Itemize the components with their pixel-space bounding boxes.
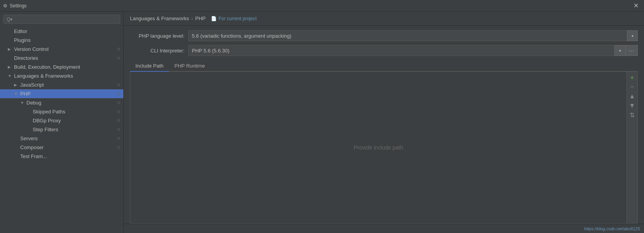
chevron-right-icon: ▶ — [8, 65, 12, 69]
settings-icon: ⚙ — [3, 3, 7, 9]
search-icon: Q▾ — [7, 17, 12, 22]
copy-icon: ⧉ — [117, 100, 120, 105]
sidebar-item-debug[interactable]: ▼ Debug ⧉ — [0, 98, 123, 107]
chevron-right-icon: ▶ — [8, 47, 12, 51]
sidebar-item-step-filters[interactable]: Step Filters ⧉ — [0, 125, 123, 134]
content-area: Languages & Frameworks › PHP 📄 For curre… — [124, 12, 644, 233]
copy-icon: ⧉ — [117, 47, 120, 52]
cli-dropdown-arrow[interactable]: ▾ — [614, 45, 625, 56]
sort-button[interactable]: ⇅ — [628, 111, 637, 119]
sidebar-item-label: Version Control — [14, 46, 116, 52]
sidebar-item-label: JavaScript — [20, 82, 116, 88]
sidebar-item-editor[interactable]: Editor — [0, 27, 123, 36]
sidebar-item-label: DBGp Proxy — [33, 118, 116, 123]
chevron-down-icon: ▼ — [14, 92, 19, 96]
sidebar-item-directories[interactable]: Directories ⧉ — [0, 54, 123, 63]
sidebar-item-composer[interactable]: Composer ⧉ — [0, 143, 123, 152]
chevron-right-icon: ▶ — [14, 83, 19, 87]
title-bar-title: Settings — [10, 3, 26, 9]
settings-form: PHP language level: 5.6 (variadic functi… — [124, 26, 644, 61]
copy-icon: ⧉ — [117, 109, 120, 114]
add-path-button[interactable]: + — [628, 73, 637, 82]
tab-php-runtime[interactable]: PHP Runtime — [169, 61, 211, 72]
move-down-button[interactable]: ▼ — [628, 101, 637, 110]
copy-icon: ⧉ — [117, 118, 120, 123]
project-icon: 📄 — [211, 16, 217, 21]
sidebar-item-javascript[interactable]: ▶ JavaScript ⧉ — [0, 80, 123, 89]
copy-icon: ⧉ — [117, 145, 120, 150]
sidebar-item-label: Editor — [14, 28, 120, 34]
cli-select[interactable]: PHP 5.6 (5.6.30) — [188, 45, 614, 56]
sidebar-item-label: Test Fram... — [20, 153, 120, 159]
status-url: https://blog.csdn.net/abc8125 — [584, 226, 640, 231]
tab-include-path-label: Include Path — [135, 63, 163, 69]
sidebar-item-label: Step Filters — [33, 127, 116, 132]
php-level-row: PHP language level: 5.6 (variadic functi… — [130, 30, 638, 41]
chevron-down-icon: ▼ — [20, 101, 25, 105]
include-path-list: Provide include path — [130, 72, 627, 224]
status-bar: https://blog.csdn.net/abc8125 — [124, 224, 644, 233]
for-project: 📄 For current project — [211, 16, 256, 21]
copy-icon: ⧉ — [117, 136, 120, 141]
cli-label: CLI Interpreter: — [130, 48, 184, 54]
copy-icon: ⧉ — [117, 82, 120, 87]
copy-icon: ⧉ — [117, 56, 120, 61]
sidebar: Q▾ Editor Plugins ▶ Version Control ⧉ Di… — [0, 12, 124, 233]
tab-content-area: Provide include path + − ▲ ▼ ⇅ — [130, 72, 638, 224]
sidebar-item-label: Debug — [26, 100, 116, 106]
sidebar-item-label: Plugins — [14, 37, 120, 43]
sidebar-item-skipped-paths[interactable]: Skipped Paths ⧉ — [0, 107, 123, 116]
sidebar-item-label: Languages & Frameworks — [14, 73, 120, 79]
title-bar-left: ⚙ Settings — [3, 3, 26, 9]
sidebar-item-languages-frameworks[interactable]: ▼ Languages & Frameworks — [0, 71, 123, 80]
search-box[interactable]: Q▾ — [3, 15, 120, 24]
close-button[interactable]: ✕ — [631, 1, 641, 10]
sidebar-item-plugins[interactable]: Plugins — [0, 36, 123, 45]
copy-icon: ⧉ — [117, 91, 120, 96]
sidebar-item-label: Build, Execution, Deployment — [14, 64, 120, 70]
breadcrumb-bar: Languages & Frameworks › PHP 📄 For curre… — [124, 12, 644, 26]
sidebar-item-label: Directories — [14, 55, 116, 61]
php-level-select-wrap: 5.6 (variadic functions, argument unpack… — [188, 30, 638, 41]
include-path-placeholder: Provide include path — [354, 144, 403, 151]
sidebar-item-label: PHP — [20, 91, 116, 97]
sidebar-item-label: Composer — [20, 144, 116, 150]
sidebar-item-php[interactable]: ▼ PHP ⧉ — [0, 89, 123, 98]
php-level-dropdown-arrow[interactable]: ▾ — [627, 30, 638, 41]
sidebar-items: Editor Plugins ▶ Version Control ⧉ Direc… — [0, 26, 123, 233]
copy-icon: ⧉ — [117, 127, 120, 132]
sidebar-item-test-frameworks[interactable]: Test Fram... — [0, 152, 123, 161]
sidebar-item-label: Skipped Paths — [33, 109, 116, 115]
php-level-select[interactable]: 5.6 (variadic functions, argument unpack… — [188, 30, 638, 41]
for-project-label: For current project — [218, 16, 256, 21]
breadcrumb-languages-frameworks: Languages & Frameworks — [130, 16, 189, 21]
sidebar-item-label: Servers — [20, 136, 116, 141]
title-bar: ⚙ Settings ✕ — [0, 0, 644, 12]
breadcrumb-separator: › — [191, 16, 193, 21]
tabs-bar: Include Path PHP Runtime — [130, 61, 638, 72]
cli-select-wrap: PHP 5.6 (5.6.30) ▾ ··· — [188, 45, 638, 56]
remove-path-button[interactable]: − — [628, 83, 637, 91]
sidebar-item-dbgp-proxy[interactable]: DBGp Proxy ⧉ — [0, 116, 123, 125]
main-layout: Q▾ Editor Plugins ▶ Version Control ⧉ Di… — [0, 12, 644, 233]
move-up-button[interactable]: ▲ — [628, 92, 637, 101]
tab-php-runtime-label: PHP Runtime — [174, 63, 205, 69]
sidebar-item-version-control[interactable]: ▶ Version Control ⧉ — [0, 45, 123, 54]
breadcrumb-php: PHP — [195, 16, 206, 21]
sidebar-item-servers[interactable]: Servers ⧉ — [0, 134, 123, 143]
sidebar-item-build[interactable]: ▶ Build, Execution, Deployment — [0, 63, 123, 71]
cli-more-button[interactable]: ··· — [625, 45, 638, 56]
php-level-label: PHP language level: — [130, 33, 184, 39]
search-input[interactable] — [14, 16, 117, 22]
cli-interpreter-row: CLI Interpreter: PHP 5.6 (5.6.30) ▾ ··· — [130, 45, 638, 56]
tab-include-path[interactable]: Include Path — [130, 61, 169, 72]
path-toolbar: + − ▲ ▼ ⇅ — [627, 72, 638, 224]
chevron-down-icon: ▼ — [8, 74, 12, 78]
